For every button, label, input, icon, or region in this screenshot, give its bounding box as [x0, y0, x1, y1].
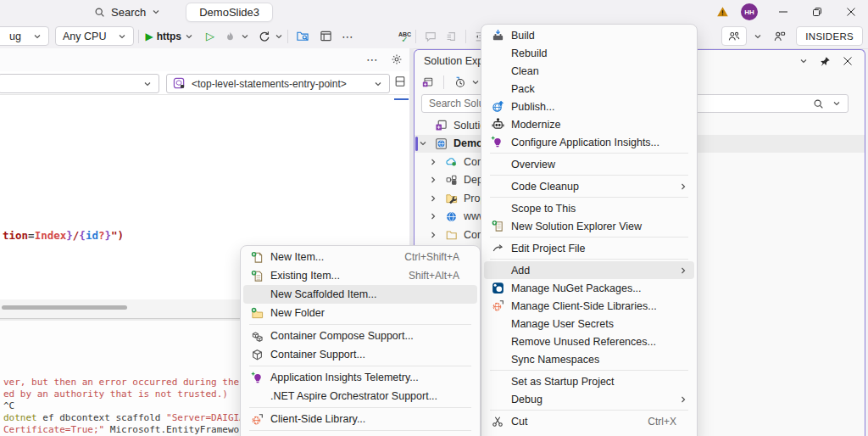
menu-item-edit-project-file[interactable]: Edit Project File: [484, 239, 694, 257]
add-submenu: New Item... Ctrl+Shift+A Existing Item..…: [240, 245, 481, 436]
spell-checker-button[interactable]: ABC ✓: [398, 32, 411, 42]
menu-item-manage-user-secrets[interactable]: Manage User Secrets: [484, 315, 694, 333]
compose-icon: [248, 329, 266, 343]
menu-item-set-as-startup-project[interactable]: Set as Startup Project: [484, 372, 694, 390]
menu-separator: [490, 153, 688, 154]
insiders-badge[interactable]: INSIDERS: [796, 26, 863, 46]
chevron-down-icon: [832, 99, 841, 108]
chevron-down-icon: [275, 32, 283, 41]
tree-chevron-icon[interactable]: [426, 194, 440, 203]
menu-item-client-side-library[interactable]: Client-Side Library...: [243, 410, 477, 428]
search-box[interactable]: Search: [94, 6, 160, 19]
code-line: tion=Index}/{id?}"): [3, 229, 124, 242]
platform-dropdown[interactable]: Any CPU: [55, 26, 134, 46]
menu-item-application-insights-telemetry[interactable]: Application Insights Telemetry...: [243, 368, 477, 387]
menu-item-new-azure-webjob-project[interactable]: New Azure WebJob Project...: [243, 433, 477, 436]
menu-item-debug[interactable]: Debug: [484, 390, 694, 408]
close-button[interactable]: [834, 0, 868, 24]
menu-item-modernize[interactable]: Modernize: [484, 115, 694, 133]
play-icon: ▶: [145, 31, 153, 42]
live-share-button[interactable]: [721, 26, 747, 46]
project-dropdown[interactable]: [0, 74, 159, 93]
menu-item-build[interactable]: Build: [484, 26, 694, 44]
new-view-icon: [488, 220, 507, 233]
window-layout-icon[interactable]: [316, 26, 337, 47]
scrollbar-thumb[interactable]: [2, 305, 127, 310]
scope-dropdown[interactable]: <top-level-statements-entry-point>: [166, 74, 390, 93]
restart-button[interactable]: [254, 26, 275, 47]
menu-item-clean[interactable]: Clean: [484, 62, 694, 80]
menu-item-container-compose-support[interactable]: Container Compose Support...: [243, 327, 477, 345]
chevron-down-icon: [152, 8, 160, 16]
start-without-debugging-button[interactable]: ▷: [200, 26, 220, 47]
dependencies-icon: [443, 174, 459, 186]
menu-item-scope-to-this[interactable]: Scope to This: [484, 199, 694, 217]
menu-item-new-solution-explorer-view[interactable]: New Solution Explorer View: [484, 217, 694, 235]
tree-chevron-icon[interactable]: [426, 231, 440, 239]
split-editor-icon[interactable]: [394, 75, 406, 87]
warning-icon[interactable]: [712, 2, 732, 22]
menu-item-new-item[interactable]: New Item... Ctrl+Shift+A: [243, 248, 477, 266]
nuget-icon: [488, 282, 507, 295]
menu-item-sync-namespaces[interactable]: Sync Namespaces: [484, 350, 694, 368]
terminal-line: ver, but then an error occurred during t…: [3, 377, 250, 388]
editor-tab-strip: ⋯: [0, 48, 409, 71]
app-insights-icon: [248, 371, 266, 384]
tree-chevron-icon[interactable]: [416, 139, 430, 148]
menu-separator: [490, 410, 688, 411]
avatar[interactable]: HH: [741, 3, 758, 20]
menu-item-container-support[interactable]: Container Support...: [243, 345, 477, 364]
close-icon[interactable]: [843, 56, 853, 66]
terminal-line: dotnet ef dbcontext scaffold "Server=DAI…: [3, 412, 250, 424]
menu-item-manage-nuget-packages[interactable]: Manage NuGet Packages...: [484, 279, 694, 297]
start-debugging-button[interactable]: ▶ https: [145, 31, 193, 42]
minimize-button[interactable]: [766, 0, 800, 24]
find-in-files-icon[interactable]: [292, 26, 313, 47]
switch-views-icon[interactable]: [421, 76, 434, 88]
menu-item-configure-application-insights[interactable]: Configure Application Insights...: [484, 133, 694, 151]
existing-item-icon: [248, 269, 266, 282]
menu-item-existing-item[interactable]: Existing Item... Shift+Alt+A: [243, 266, 477, 285]
menu-item-new-scaffolded-item[interactable]: New Scaffolded Item...: [243, 285, 477, 304]
title-bar: Search DemoSlide3 HH: [0, 0, 868, 24]
uncomment-icon[interactable]: [441, 26, 461, 47]
search-icon: [94, 7, 105, 18]
menu-item-add[interactable]: Add: [484, 261, 694, 279]
project-context-menu: Build Rebuild Clean Pack Publish: [481, 24, 698, 436]
menu-separator: [490, 197, 688, 198]
tree-chevron-icon[interactable]: [426, 158, 440, 166]
client-lib-icon: [248, 412, 266, 426]
comment-icon[interactable]: [420, 26, 441, 47]
menu-item-remove-unused-references[interactable]: Remove Unused References...: [484, 333, 694, 350]
window-title-tab[interactable]: DemoSlide3: [186, 3, 273, 22]
pin-icon[interactable]: [820, 56, 831, 67]
editor-navigation-bar: <top-level-statements-entry-point>: [0, 71, 409, 95]
tree-chevron-icon[interactable]: [426, 176, 440, 184]
menu-item-cut[interactable]: Cut Ctrl+X: [484, 412, 694, 430]
toolbar-overflow-button[interactable]: ⋯: [342, 30, 354, 43]
pending-changes-filter-icon[interactable]: [453, 76, 466, 88]
menu-item-code-cleanup[interactable]: Code Cleanup: [484, 177, 694, 195]
menu-item-manage-client-side-libraries[interactable]: Manage Client-Side Libraries...: [484, 297, 694, 315]
sign-in-icon[interactable]: [769, 26, 789, 47]
document-overflow-button[interactable]: ⋯: [366, 53, 379, 66]
new-item-icon: [248, 250, 266, 264]
new-folder-icon: [248, 306, 266, 320]
search-icon: [813, 98, 824, 109]
debug-configuration-dropdown[interactable]: ug: [0, 26, 49, 46]
menu-item-new-folder[interactable]: New Folder: [243, 304, 477, 322]
chevron-down-icon[interactable]: [799, 57, 808, 65]
search-label: Search: [111, 6, 146, 19]
container-icon: [248, 348, 266, 361]
menu-separator: [249, 407, 471, 408]
menu-item-overview[interactable]: Overview: [484, 155, 694, 173]
gear-icon[interactable]: [391, 53, 403, 65]
menu-item-publish[interactable]: Publish...: [484, 98, 694, 115]
menu-item-pack[interactable]: Pack: [484, 80, 694, 98]
restore-button[interactable]: [800, 0, 834, 24]
solution-icon: [433, 119, 448, 131]
menu-item-net-aspire-orchestrator-support[interactable]: .NET Aspire Orchestrator Support...: [243, 387, 477, 405]
tree-chevron-icon[interactable]: [426, 212, 440, 221]
menu-item-rebuild[interactable]: Rebuild: [484, 44, 694, 62]
hot-reload-button[interactable]: [220, 26, 241, 47]
